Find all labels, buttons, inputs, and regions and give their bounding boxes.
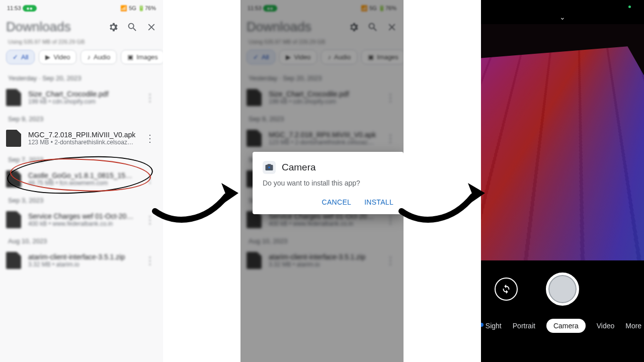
search-icon[interactable] xyxy=(127,22,138,33)
mode-camera-active[interactable]: Camera xyxy=(546,319,586,333)
filter-chips: ✓ All ▶ Video ♪ Audio ▣ Images xyxy=(0,50,163,69)
file-name: MGC_7.2.018_RPII.MiVIII_V0.apk xyxy=(28,131,136,139)
camera-app-icon xyxy=(263,161,276,174)
section-date: Sep 3, 2023 xyxy=(0,192,163,207)
screenshot-install-dialog: 11:53 ●●📶 5G 🔋76% Downloads Using 535.97… xyxy=(240,0,404,362)
dialog-message: Do you want to install this app? xyxy=(263,179,393,187)
cancel-button[interactable]: CANCEL xyxy=(322,198,352,206)
more-icon[interactable]: ⋮ xyxy=(143,254,157,266)
file-row[interactable]: Castle_GoGo_v1.8.1_0815_15_39.apk 48.75 … xyxy=(0,166,163,192)
status-bar xyxy=(481,0,644,13)
file-icon xyxy=(6,89,21,106)
chip-images[interactable]: ▣ Images xyxy=(121,50,163,64)
file-meta: 199 kB • cdn.shopify.com xyxy=(28,98,136,105)
mode-night-sight[interactable]: Sight xyxy=(486,322,502,330)
switch-camera-button[interactable] xyxy=(495,278,518,301)
section-date: Sep 7, 2023 xyxy=(0,151,163,166)
install-button[interactable]: INSTALL xyxy=(364,198,393,206)
mode-portrait[interactable]: Portrait xyxy=(513,322,535,330)
file-icon xyxy=(6,211,21,228)
file-row[interactable]: atarim-client-interface-3.5.1.zip 3.32 M… xyxy=(0,248,163,273)
gear-icon[interactable] xyxy=(108,22,119,33)
mode-video[interactable]: Video xyxy=(597,322,615,330)
chevron-down-icon[interactable]: ⌄ xyxy=(481,13,644,24)
install-dialog: Camera Do you want to install this app? … xyxy=(253,152,404,214)
more-icon[interactable]: ⋮ xyxy=(143,132,157,144)
page-title: Downloads xyxy=(6,19,100,35)
file-name: Service Charges wef 01-Oct-20… xyxy=(28,212,136,220)
file-name: Castle_GoGo_v1.8.1_0815_15_39.apk xyxy=(28,171,136,179)
file-meta: 48.75 MB • fcn.wowmem.com xyxy=(28,179,136,187)
camera-viewfinder[interactable] xyxy=(481,24,644,260)
arrow-annotation xyxy=(397,171,488,231)
mode-more[interactable]: More xyxy=(625,322,641,330)
close-icon[interactable] xyxy=(146,22,157,33)
file-icon xyxy=(6,130,21,147)
screenshot-downloads: 11:53 ●● 📶 5G 🔋76% Downloads Using 535.9… xyxy=(0,0,163,362)
shutter-button[interactable] xyxy=(546,273,579,306)
chip-audio[interactable]: ♪ Audio xyxy=(80,50,117,64)
section-date: Sep 9, 2023 xyxy=(0,110,163,126)
viewfinder-content xyxy=(481,46,644,260)
svg-point-0 xyxy=(268,166,270,168)
chip-video[interactable]: ▶ Video xyxy=(39,50,76,64)
section-date: Aug 10, 2023 xyxy=(0,232,163,248)
file-icon xyxy=(6,252,21,269)
storage-usage: Using 535.97 MB of 226.29 GB xyxy=(0,38,163,50)
file-row-highlighted[interactable]: MGC_7.2.018_RPII.MiVIII_V0.apk 123 MB • … xyxy=(0,126,163,151)
recording-indicator-icon xyxy=(628,6,631,8)
file-name: Size_Chart_Crocodile.pdf xyxy=(28,90,136,98)
chip-all[interactable]: ✓ All xyxy=(6,50,35,64)
file-meta: 123 MB • 2-dontsharethislink.celsoaz… xyxy=(28,139,136,146)
section-date: Yesterday · Sep 20, 2023 xyxy=(0,69,163,85)
file-row[interactable]: Size_Chart_Crocodile.pdf 199 kB • cdn.sh… xyxy=(0,85,163,110)
file-meta: 3.32 MB • atarim.io xyxy=(28,261,136,268)
screenshot-camera-app: ⌄ Sight Portrait Camera Video More xyxy=(481,0,644,362)
arrow-annotation xyxy=(151,171,242,231)
file-meta: 400 kB • www.federalbank.co.in xyxy=(28,220,136,227)
more-icon[interactable]: ⋮ xyxy=(143,92,157,104)
file-icon xyxy=(6,170,21,188)
file-row[interactable]: Service Charges wef 01-Oct-20… 400 kB • … xyxy=(0,207,163,232)
camera-modes: Sight Portrait Camera Video More xyxy=(481,319,644,333)
file-name: atarim-client-interface-3.5.1.zip xyxy=(28,253,136,261)
dialog-title: Camera xyxy=(282,162,316,173)
status-bar: 11:53 ●● 📶 5G 🔋76% xyxy=(0,0,163,16)
